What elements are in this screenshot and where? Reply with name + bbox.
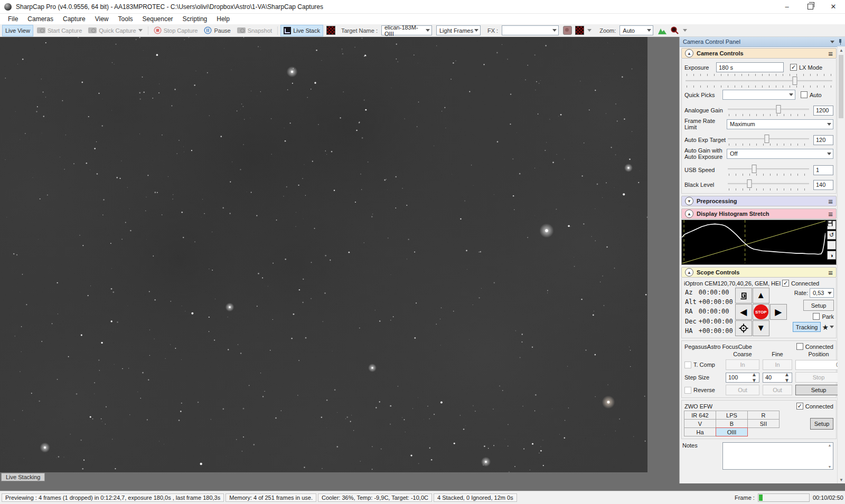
menu-capture[interactable]: Capture <box>58 14 90 24</box>
scroll-down-icon[interactable]: ▼ <box>827 465 832 469</box>
focuser-connected-checkbox[interactable] <box>796 343 803 350</box>
filter-sii[interactable]: SII <box>747 419 780 428</box>
filter-r[interactable]: R <box>747 411 780 420</box>
auto-exp-target-input[interactable]: 120 <box>813 135 833 145</box>
pin-icon[interactable] <box>838 39 843 45</box>
section-menu-icon[interactable]: ≡ <box>828 269 833 277</box>
menu-sequencer[interactable]: Sequencer <box>138 14 178 24</box>
reset-stretch-button[interactable]: ↺ <box>827 231 836 240</box>
stop-capture-button[interactable]: Stop Capture <box>151 25 201 36</box>
slider-thumb[interactable] <box>776 105 781 113</box>
fine-in-button[interactable]: In <box>763 359 792 370</box>
slew-down-button[interactable]: ▼ <box>753 320 769 336</box>
coarse-step-input[interactable]: 100▲▼ <box>726 373 759 383</box>
efw-setup-button[interactable]: Setup <box>810 418 833 430</box>
preprocessing-header[interactable]: ▼ Preprocessing ≡ <box>681 196 837 206</box>
scroll-up-icon[interactable]: ▲ <box>838 46 845 54</box>
section-menu-icon[interactable]: ≡ <box>828 50 833 58</box>
histogram-display[interactable]: ↺ ◑ <box>681 220 837 265</box>
analogue-gain-input[interactable]: 1200 <box>813 106 833 116</box>
save-stretch-button[interactable] <box>827 241 836 250</box>
spiral-search-button[interactable] <box>735 288 752 303</box>
frame-rate-limit-select[interactable]: Maximum <box>727 119 833 129</box>
contrast-button[interactable]: ◑ <box>827 251 836 260</box>
reverse-checkbox[interactable] <box>684 387 691 394</box>
section-menu-icon[interactable]: ≡ <box>828 197 833 205</box>
target-name-select[interactable]: elican-183M-OIII <box>381 25 432 35</box>
slew-up-button[interactable]: ▲ <box>753 288 769 303</box>
usb-speed-slider[interactable] <box>727 164 810 176</box>
collapse-icon[interactable]: ▼ <box>685 197 693 205</box>
menu-file[interactable]: File <box>3 14 23 24</box>
spinner-icon[interactable]: ▲▼ <box>784 372 790 383</box>
coarse-in-button[interactable]: In <box>726 359 759 370</box>
scroll-down-icon[interactable]: ▼ <box>838 476 845 483</box>
filter-ir642[interactable]: IR 642 <box>684 411 716 420</box>
rate-select[interactable]: 0,53 <box>810 288 834 298</box>
exposure-input[interactable]: 180 s <box>716 62 784 72</box>
fine-step-input[interactable]: 40▲▼ <box>763 373 792 383</box>
auto-exp-target-slider[interactable] <box>727 134 810 146</box>
filter-b[interactable]: B <box>716 419 748 428</box>
efw-connected-checkbox[interactable]: ✓ <box>796 403 803 410</box>
slider-thumb[interactable] <box>792 77 797 85</box>
park-checkbox[interactable] <box>813 313 820 320</box>
snapshot-button[interactable]: Snapshot <box>234 25 275 36</box>
menu-help[interactable]: Help <box>212 14 234 24</box>
color-swatch-icon[interactable] <box>575 26 584 35</box>
magnifier-icon[interactable] <box>670 26 679 35</box>
pause-button[interactable]: Pause <box>201 25 233 36</box>
filter-oiii-selected[interactable]: OIII <box>716 427 748 436</box>
start-capture-button[interactable]: Start Capture <box>34 25 84 36</box>
fx-select[interactable] <box>502 25 559 35</box>
exposure-slider[interactable] <box>684 74 833 88</box>
chevron-down-icon[interactable] <box>830 41 834 45</box>
menu-tools[interactable]: Tools <box>114 14 138 24</box>
mount-setup-button[interactable]: Setup <box>803 300 834 311</box>
camera-controls-header[interactable]: ▲ Camera Controls ≡ <box>681 48 837 59</box>
slew-right-button[interactable]: ▶ <box>770 304 787 320</box>
black-level-input[interactable]: 140 <box>813 180 833 190</box>
panel-scrollbar[interactable]: ▲ ▼ <box>837 46 845 483</box>
usb-speed-input[interactable]: 1 <box>813 165 833 175</box>
menu-scripting[interactable]: Scripting <box>178 14 212 24</box>
filter-lps[interactable]: LPS <box>716 411 748 420</box>
tracking-button[interactable]: Tracking <box>793 322 821 332</box>
auto-gain-select[interactable]: Off <box>727 149 833 159</box>
histogram-stretch-header[interactable]: ▲ Display Histogram Stretch ≡ <box>681 208 837 219</box>
analogue-gain-slider[interactable] <box>727 104 810 116</box>
display-mode-swatch-icon[interactable] <box>563 26 572 35</box>
section-menu-icon[interactable]: ≡ <box>828 210 833 218</box>
scrollbar-thumb[interactable] <box>839 55 843 118</box>
collapse-icon[interactable]: ▲ <box>685 268 693 277</box>
menu-cameras[interactable]: Cameras <box>23 14 58 24</box>
collapse-icon[interactable]: ▲ <box>685 210 693 218</box>
focuser-setup-button[interactable]: Setup <box>795 385 838 395</box>
slider-thumb[interactable] <box>747 179 752 188</box>
collapse-icon[interactable]: ▲ <box>685 49 693 58</box>
restore-button[interactable] <box>799 0 822 13</box>
chevron-down-icon[interactable] <box>830 326 834 330</box>
mount-connected-checkbox[interactable]: ✓ <box>782 280 789 287</box>
histogram-icon[interactable] <box>658 26 667 35</box>
lx-mode-checkbox[interactable]: ✓ <box>790 64 797 71</box>
slider-thumb[interactable] <box>764 135 769 143</box>
chevron-down-icon[interactable] <box>683 29 687 34</box>
scroll-up-icon[interactable]: ▲ <box>827 443 832 447</box>
spinner-icon[interactable]: ▲▼ <box>752 372 757 383</box>
auto-exposure-checkbox[interactable] <box>801 91 808 98</box>
filter-v[interactable]: V <box>684 419 716 428</box>
notes-textarea[interactable]: ▲ ▼ <box>722 442 833 470</box>
slew-left-button[interactable]: ◀ <box>735 304 752 320</box>
zoom-select[interactable]: Auto <box>619 25 653 35</box>
fine-out-button[interactable]: Out <box>763 385 792 395</box>
live-stack-button[interactable]: Live Stack <box>280 25 323 36</box>
star-icon[interactable]: ★ <box>822 323 829 331</box>
focuser-stop-button[interactable]: Stop <box>795 372 838 383</box>
slew-stop-button[interactable]: STOP <box>753 304 769 320</box>
filter-ha[interactable]: Ha <box>684 427 716 436</box>
menu-view[interactable]: View <box>90 14 114 24</box>
minimize-button[interactable]: – <box>775 0 799 13</box>
scope-controls-header[interactable]: ▲ Scope Controls ≡ <box>681 267 837 278</box>
chevron-down-icon[interactable] <box>587 29 592 34</box>
